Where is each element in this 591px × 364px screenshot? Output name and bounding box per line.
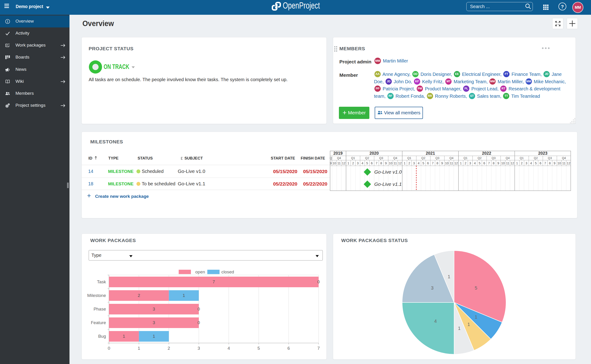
svg-text:2019: 2019 <box>333 151 343 156</box>
svg-text:3: 3 <box>198 346 200 351</box>
svg-text:5: 5 <box>257 346 260 351</box>
svg-text:12: 12 <box>398 161 402 165</box>
svg-text:Q1: Q1 <box>351 156 355 160</box>
svg-text:3: 3 <box>413 161 415 165</box>
svg-text:8: 8 <box>380 161 382 165</box>
svg-text:1: 1 <box>153 334 155 339</box>
svg-text:Q1: Q1 <box>463 156 468 160</box>
svg-text:Q: Q <box>330 156 332 160</box>
svg-text:1: 1 <box>138 346 140 351</box>
svg-text:5: 5 <box>366 161 368 165</box>
svg-text:2: 2 <box>138 293 140 298</box>
svg-text:7: 7 <box>544 161 546 165</box>
svg-text:7: 7 <box>317 346 320 351</box>
svg-text:7: 7 <box>376 161 377 165</box>
svg-text:Q4: Q4 <box>506 156 510 160</box>
svg-text:6: 6 <box>287 346 290 351</box>
svg-text:Q4: Q4 <box>393 156 397 160</box>
svg-text:3: 3 <box>357 161 359 165</box>
svg-text:10: 10 <box>445 161 449 165</box>
svg-text:Q3: Q3 <box>548 156 552 160</box>
svg-text:12: 12 <box>567 161 571 165</box>
svg-text:6: 6 <box>427 161 429 165</box>
svg-text:3: 3 <box>469 161 471 165</box>
svg-text:11: 11 <box>506 161 510 165</box>
svg-text:10: 10 <box>332 161 336 165</box>
svg-text:10: 10 <box>389 161 392 165</box>
svg-text:7: 7 <box>432 161 434 165</box>
svg-text:2023: 2023 <box>538 151 547 156</box>
svg-text:11: 11 <box>562 161 566 165</box>
svg-text:4: 4 <box>474 161 476 165</box>
svg-text:0: 0 <box>108 346 110 351</box>
svg-text:5: 5 <box>423 161 424 165</box>
svg-text:Q2: Q2 <box>478 156 482 160</box>
svg-text:3: 3 <box>525 161 527 165</box>
svg-text:2021: 2021 <box>426 151 435 156</box>
svg-text:6: 6 <box>484 161 485 165</box>
svg-text:4: 4 <box>434 318 437 324</box>
svg-text:1: 1 <box>468 322 470 327</box>
svg-text:5: 5 <box>475 285 477 291</box>
svg-text:2020: 2020 <box>369 151 379 156</box>
svg-text:11: 11 <box>450 161 453 165</box>
svg-text:3: 3 <box>153 307 155 312</box>
svg-text:4: 4 <box>530 161 532 165</box>
svg-text:11: 11 <box>394 161 397 165</box>
svg-text:3: 3 <box>431 285 434 291</box>
svg-text:Q1: Q1 <box>520 156 524 160</box>
svg-text:Q4: Q4 <box>450 156 453 160</box>
svg-text:4: 4 <box>362 161 363 165</box>
svg-text:Q4: Q4 <box>337 156 341 160</box>
svg-text:Q4: Q4 <box>562 156 566 160</box>
svg-text:Q3: Q3 <box>435 156 439 160</box>
svg-text:0: 0 <box>317 280 320 284</box>
svg-text:12: 12 <box>342 161 346 165</box>
svg-text:Go-Live v1.1: Go-Live v1.1 <box>374 182 402 187</box>
svg-text:2022: 2022 <box>482 151 491 156</box>
svg-text:Q1: Q1 <box>407 156 411 160</box>
svg-text:7: 7 <box>213 280 215 284</box>
svg-text:1: 1 <box>460 161 462 165</box>
svg-text:9: 9 <box>330 161 332 165</box>
svg-text:3: 3 <box>153 320 155 325</box>
svg-text:5: 5 <box>479 161 480 165</box>
svg-text:11: 11 <box>337 161 341 165</box>
svg-text:Task: Task <box>97 280 106 284</box>
svg-text:5: 5 <box>535 161 537 165</box>
svg-text:0: 0 <box>198 320 200 325</box>
svg-text:2: 2 <box>465 161 467 165</box>
svg-text:Go-Live v1.0: Go-Live v1.0 <box>374 169 402 175</box>
svg-text:0: 0 <box>198 307 200 312</box>
svg-text:Feature: Feature <box>91 320 106 325</box>
svg-text:1: 1 <box>183 293 185 298</box>
svg-text:6: 6 <box>539 161 541 165</box>
svg-text:2: 2 <box>521 161 523 165</box>
svg-text:6: 6 <box>371 161 373 165</box>
svg-text:4: 4 <box>418 161 420 165</box>
svg-text:Milestone: Milestone <box>87 293 106 298</box>
svg-text:1: 1 <box>404 161 406 165</box>
svg-text:1: 1 <box>475 314 477 319</box>
svg-text:1: 1 <box>123 334 125 339</box>
svg-text:10: 10 <box>501 161 505 165</box>
svg-text:Q3: Q3 <box>379 156 383 160</box>
svg-text:12: 12 <box>511 161 514 165</box>
svg-text:10: 10 <box>557 161 561 165</box>
svg-text:1: 1 <box>348 161 349 165</box>
svg-text:12: 12 <box>454 161 458 165</box>
svg-text:9: 9 <box>441 161 443 165</box>
svg-text:8: 8 <box>493 161 495 165</box>
svg-text:Q2: Q2 <box>421 156 425 160</box>
svg-text:8: 8 <box>437 161 438 165</box>
svg-text:9: 9 <box>554 161 555 165</box>
svg-text:4: 4 <box>228 346 230 351</box>
svg-text:Q2: Q2 <box>534 156 538 160</box>
svg-text:1: 1 <box>448 274 450 279</box>
svg-text:1: 1 <box>458 326 461 331</box>
svg-text:closed: closed <box>222 269 234 274</box>
svg-text:1: 1 <box>516 161 518 165</box>
svg-text:Phase: Phase <box>94 307 106 312</box>
svg-text:2: 2 <box>168 346 170 351</box>
svg-text:9: 9 <box>385 161 387 165</box>
